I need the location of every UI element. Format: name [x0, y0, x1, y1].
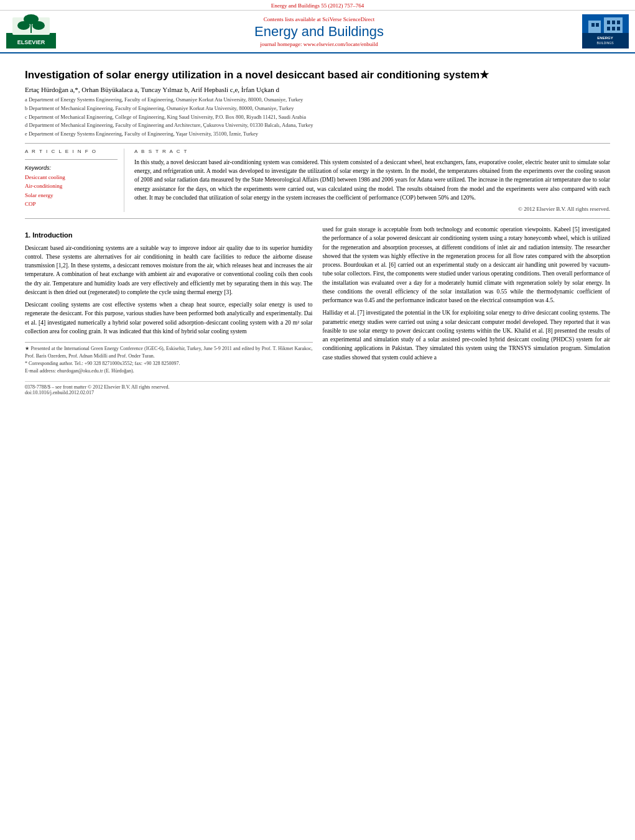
svg-rect-10: [604, 17, 623, 33]
affiliation-e: e Department of Energy Systems Engineeri…: [25, 130, 610, 138]
article-info-title: A R T I C L E I N F O: [25, 149, 118, 154]
left-column: 1. Introduction Desiccant based air-cond…: [25, 225, 313, 375]
article-info: A R T I C L E I N F O Keywords: Desiccan…: [25, 149, 124, 212]
svg-rect-18: [617, 27, 620, 30]
copyright: © 2012 Elsevier B.V. All rights reserved…: [134, 206, 610, 212]
section-divider: [25, 218, 610, 219]
affiliation-a: a Department of Energy Systems Engineeri…: [25, 96, 610, 104]
keyword-1: Desiccant cooling: [25, 173, 118, 182]
footnotes: ★ Presented at the International Green E…: [25, 342, 313, 375]
right-para1: used for grain storage is acceptable fro…: [323, 225, 611, 305]
doi-line: doi:10.1016/j.enbuild.2012.02.017: [25, 390, 610, 395]
svg-rect-13: [607, 21, 610, 24]
affiliation-d: d Department of Mechanical Engineering, …: [25, 121, 610, 129]
section1-heading: 1. Introduction: [25, 230, 313, 241]
journal-logo: ENERGY BUILDINGS: [582, 14, 629, 48]
svg-rect-12: [596, 23, 599, 27]
svg-rect-14: [612, 21, 615, 24]
footnote-corresponding: * Corresponding author. Tel.: +90 328 82…: [25, 360, 313, 367]
svg-rect-15: [617, 21, 620, 24]
sciverse-link: Contents lists available at SciVerse Sci…: [56, 16, 582, 22]
elsevier-logo: ELSEVIER: [6, 14, 56, 48]
keywords-label: Keywords:: [25, 165, 118, 171]
abstract-title: A B S T R A C T: [134, 149, 610, 154]
journal-homepage: journal homepage: www.elsevier.com/locat…: [56, 41, 582, 47]
section1-para2: Desiccant cooling systems are cost effec…: [25, 300, 313, 336]
keywords-list: Desiccant cooling Air-conditioning Solar…: [25, 173, 118, 209]
svg-point-6: [32, 21, 45, 30]
affiliation-c: c Department of Mechanical Engineering, …: [25, 113, 610, 121]
issn-line: 0378-7788/$ – see front matter © 2012 El…: [25, 384, 610, 390]
main-content: 1. Introduction Desiccant based air-cond…: [25, 225, 610, 375]
section1-para1: Desiccant based air-conditioning systems…: [25, 244, 313, 297]
abstract: A B S T R A C T In this study, a novel d…: [134, 149, 610, 212]
authors: Ertaç Hürdoğan a,*, Orhan Büyükalaca a, …: [25, 86, 610, 93]
abstract-text: In this study, a novel desiccant based a…: [134, 158, 610, 202]
divider-1: [25, 143, 610, 144]
svg-text:BUILDINGS: BUILDINGS: [597, 41, 614, 45]
journal-center: Contents lists available at SciVerse Sci…: [56, 16, 582, 47]
journal-title: Energy and Buildings: [56, 24, 582, 40]
svg-point-5: [17, 21, 30, 30]
svg-rect-11: [591, 23, 595, 27]
footnote-email: E-mail address: ehurdogan@oku.edu.tr (E.…: [25, 367, 313, 375]
right-para2: Halliday et al. [7] investigated the pot…: [323, 308, 611, 362]
svg-text:ELSEVIER: ELSEVIER: [17, 39, 45, 45]
journal-header: ELSEVIER Contents lists available at Sci…: [0, 11, 635, 53]
keyword-4: COP: [25, 200, 118, 208]
bottom-info: 0378-7788/$ – see front matter © 2012 El…: [25, 381, 610, 395]
keyword-3: Solar energy: [25, 191, 118, 200]
footnote-star: ★ Presented at the International Green E…: [25, 345, 313, 360]
keyword-2: Air-conditioning: [25, 182, 118, 190]
right-column: used for grain storage is acceptable fro…: [323, 225, 611, 375]
journal-citation: Energy and Buildings 55 (2012) 757–764: [271, 2, 364, 9]
affiliations: a Department of Energy Systems Engineeri…: [25, 96, 610, 138]
affiliation-b: b Department of Mechanical Engineering, …: [25, 104, 610, 113]
article-info-divider: [25, 159, 118, 160]
svg-rect-16: [607, 27, 610, 30]
article-title: Investigation of solar energy utilizatio…: [25, 68, 610, 82]
svg-rect-17: [612, 27, 615, 30]
top-bar: Energy and Buildings 55 (2012) 757–764: [0, 0, 635, 11]
article-meta-abstract: A R T I C L E I N F O Keywords: Desiccan…: [25, 149, 610, 212]
content-area: Investigation of solar energy utilizatio…: [0, 53, 635, 408]
svg-text:ENERGY: ENERGY: [597, 36, 613, 40]
